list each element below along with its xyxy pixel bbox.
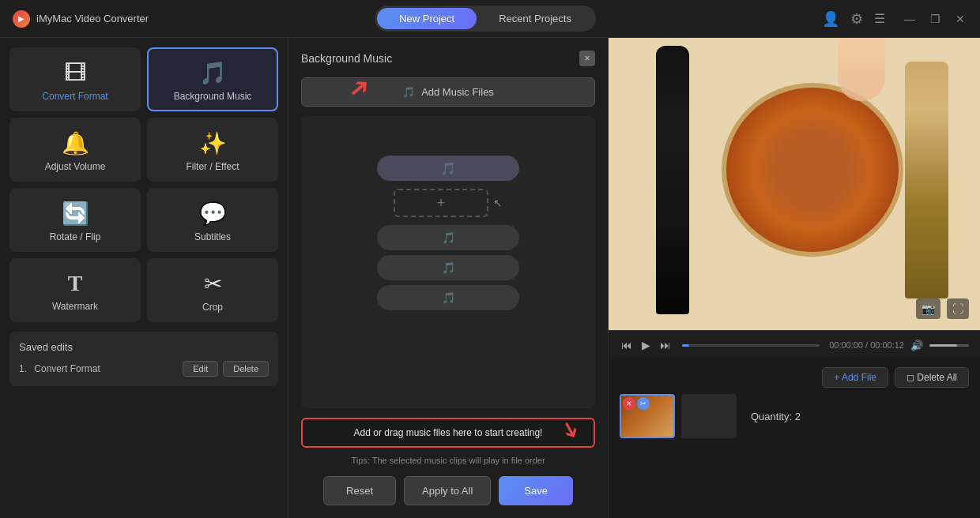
play-button[interactable]: ▶ — [640, 337, 652, 353]
save-button[interactable]: Save — [499, 476, 573, 505]
music-note-icon-2: 🎵 — [442, 231, 455, 244]
tips-text: Tips: The selected music clips will play… — [301, 456, 595, 465]
menu-icon[interactable]: ☰ — [874, 11, 885, 26]
volume-fill — [929, 344, 957, 347]
dark-bottle — [656, 46, 689, 314]
main-content: 🎞 Convert Format 🎵 Background Music 🔔 Ad… — [0, 38, 980, 518]
tool-background-music[interactable]: 🎵 Background Music — [147, 47, 278, 111]
video-preview: 📷 ⛶ — [609, 38, 980, 330]
tool-watermark[interactable]: T Watermark — [9, 258, 141, 322]
drop-visual: 🎵 + ↖ 🎵 🎵 🎵 — [369, 156, 527, 310]
add-placeholder: + — [394, 189, 488, 217]
tool-convert-format[interactable]: 🎞 Convert Format — [9, 47, 141, 111]
window-controls: 👤 ⚙ ☰ — ❐ ✕ — [822, 10, 967, 28]
delete-button[interactable]: Delete — [223, 361, 269, 377]
edit-button[interactable]: Edit — [183, 361, 218, 377]
close-button[interactable]: ✕ — [953, 13, 967, 25]
add-music-note-icon: 🎵 — [402, 86, 415, 98]
skip-to-end-button[interactable]: ⏭ — [658, 337, 673, 353]
time-current: 00:00:00 — [829, 340, 863, 350]
progress-fill — [682, 344, 689, 347]
filter-effect-icon: ✨ — [199, 130, 227, 156]
music-bar-2: 🎵 — [377, 255, 519, 280]
thumbnail-2[interactable] — [681, 394, 737, 438]
file-strip: + Add File ◻ Delete All ✕ ✂ Quantity: 2 — [609, 359, 980, 446]
adjust-volume-icon: 🔔 — [62, 130, 89, 156]
background-music-dialog: Background Music × 🎵 Add Music Files ➔ 🎵… — [288, 38, 609, 518]
left-panel: 🎞 Convert Format 🎵 Background Music 🔔 Ad… — [0, 38, 288, 518]
tool-filter-effect[interactable]: ✨ Filter / Effect — [147, 118, 278, 182]
hand-hint — [838, 38, 885, 101]
saved-edit-name: 1. Convert Format — [19, 363, 100, 374]
tool-subtitles[interactable]: 💬 Subtitles — [147, 188, 278, 252]
fullscreen-button[interactable]: ⛶ — [947, 298, 969, 319]
time-display: 00:00:00 / 00:00:12 — [829, 340, 904, 350]
title-bar: ▶ iMyMac Video Converter New Project Rec… — [0, 0, 980, 38]
new-project-tab[interactable]: New Project — [377, 8, 477, 29]
saved-edit-index: 1. — [19, 363, 27, 374]
convert-format-icon: 🎞 — [64, 60, 86, 86]
crop-icon: ✂ — [204, 271, 222, 297]
tool-crop[interactable]: ✂ Crop — [147, 258, 278, 322]
delete-all-button[interactable]: ◻ Delete All — [895, 367, 969, 388]
thumbnails-row: ✕ ✂ Quantity: 2 — [620, 394, 969, 438]
light-bottle — [905, 62, 948, 298]
rotate-flip-label: Rotate / Flip — [50, 231, 101, 242]
drag-drop-text: Add or drag music files here to start cr… — [301, 418, 595, 448]
music-drop-area[interactable]: 🎵 + ↖ 🎵 🎵 🎵 — [301, 116, 595, 408]
crop-label: Crop — [202, 302, 223, 313]
minimize-button[interactable]: — — [903, 13, 917, 25]
file-strip-header: + Add File ◻ Delete All — [620, 367, 969, 388]
saved-edit-actions: Edit Delete — [183, 361, 269, 377]
watermark-icon: T — [68, 271, 83, 296]
thumbnail-1[interactable]: ✕ ✂ — [620, 394, 675, 438]
add-music-label: Add Music Files — [421, 86, 494, 98]
reset-button[interactable]: Reset — [323, 476, 396, 505]
volume-bar[interactable] — [929, 344, 969, 347]
subtitles-label: Subtitles — [194, 231, 231, 242]
saved-edit-title: Convert Format — [34, 363, 100, 374]
cursor-icon: ↖ — [493, 197, 503, 209]
filter-effect-label: Filter / Effect — [186, 161, 239, 172]
right-panel: 📷 ⛶ ⏮ ▶ ⏭ 00:00:00 / 00:00:12 🔊 — [609, 38, 980, 518]
music-note-icon-4: 🎵 — [442, 291, 455, 304]
maximize-button[interactable]: ❐ — [928, 13, 942, 25]
add-file-button[interactable]: + Add File — [822, 367, 888, 388]
pizza-scene: 📷 ⛶ — [609, 38, 980, 330]
close-badge-icon: ✕ — [623, 397, 635, 410]
music-note-icon-1: 🎵 — [440, 161, 456, 176]
recent-projects-tab[interactable]: Recent Projects — [477, 8, 594, 29]
progress-bar[interactable] — [682, 344, 820, 347]
add-row: + ↖ — [394, 189, 503, 217]
background-music-icon: 🎵 — [199, 60, 227, 86]
tool-adjust-volume[interactable]: 🔔 Adjust Volume — [9, 118, 141, 182]
volume-icon: 🔊 — [910, 340, 923, 351]
quantity-label: Quantity: 2 — [751, 411, 801, 422]
saved-edits-title: Saved edits — [19, 341, 269, 353]
music-note-icon-3: 🎵 — [442, 261, 455, 274]
dialog-header: Background Music × — [301, 51, 595, 66]
background-music-label: Background Music — [174, 91, 252, 102]
skip-to-start-button[interactable]: ⏮ — [620, 337, 634, 353]
thumb-overlay-1: ✕ ✂ — [623, 397, 650, 410]
screenshot-button[interactable]: 📷 — [916, 298, 940, 319]
settings-icon[interactable]: ⚙ — [850, 10, 863, 28]
dialog-close-button[interactable]: × — [579, 51, 595, 66]
adjust-volume-label: Adjust Volume — [45, 161, 106, 172]
saved-edit-row: 1. Convert Format Edit Delete — [19, 361, 269, 377]
preview-controls: ⏮ ▶ ⏭ 00:00:00 / 00:00:12 🔊 — [609, 330, 980, 359]
subtitles-icon: 💬 — [199, 201, 227, 227]
app-title: iMyMac Video Converter — [36, 13, 149, 24]
apply-all-button[interactable]: Apply to All — [404, 476, 491, 505]
rotate-flip-icon: 🔄 — [62, 201, 89, 227]
nav-tabs: New Project Recent Projects — [375, 6, 596, 32]
user-icon[interactable]: 👤 — [822, 10, 839, 28]
app-branding: ▶ iMyMac Video Converter — [13, 10, 149, 28]
watermark-label: Watermark — [52, 301, 98, 312]
music-bar-3: 🎵 — [377, 285, 519, 310]
saved-edits-panel: Saved edits 1. Convert Format Edit Delet… — [9, 332, 278, 386]
app-logo: ▶ — [13, 10, 30, 28]
tool-rotate-flip[interactable]: 🔄 Rotate / Flip — [9, 188, 141, 252]
pizza-top — [722, 83, 903, 257]
music-bar-highlight: 🎵 — [377, 156, 519, 181]
